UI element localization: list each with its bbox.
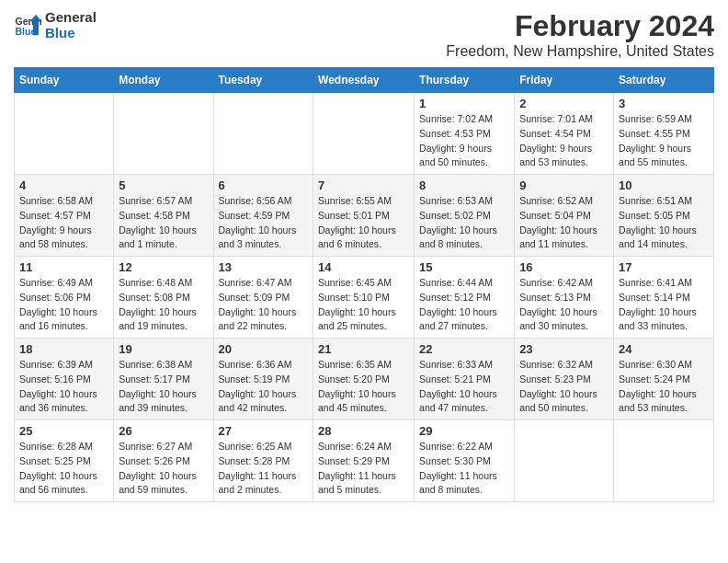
calendar-cell: 7Sunrise: 6:55 AMSunset: 5:01 PMDaylight… — [313, 175, 415, 257]
logo-icon: General Blue — [14, 11, 41, 39]
day-info: Sunrise: 6:45 AMSunset: 5:10 PMDaylight:… — [318, 276, 409, 334]
calendar-cell: 14Sunrise: 6:45 AMSunset: 5:10 PMDayligh… — [313, 257, 415, 339]
day-number: 26 — [119, 424, 208, 438]
logo-general: General — [45, 9, 97, 25]
day-number: 22 — [419, 342, 509, 356]
calendar-cell: 5Sunrise: 6:57 AMSunset: 4:58 PMDaylight… — [114, 175, 213, 257]
day-info: Sunrise: 7:02 AMSunset: 4:53 PMDaylight:… — [419, 112, 509, 170]
calendar-cell: 28Sunrise: 6:24 AMSunset: 5:29 PMDayligh… — [313, 420, 415, 502]
day-number: 17 — [619, 260, 709, 274]
calendar-cell: 9Sunrise: 6:52 AMSunset: 5:04 PMDaylight… — [515, 175, 614, 257]
calendar-cell: 12Sunrise: 6:48 AMSunset: 5:08 PMDayligh… — [114, 257, 213, 339]
day-number: 19 — [119, 342, 208, 356]
day-info: Sunrise: 6:52 AMSunset: 5:04 PMDaylight:… — [519, 194, 609, 252]
calendar-cell: 4Sunrise: 6:58 AMSunset: 4:57 PMDaylight… — [15, 175, 114, 257]
day-info: Sunrise: 6:33 AMSunset: 5:21 PMDaylight:… — [419, 358, 509, 416]
day-number: 24 — [619, 342, 709, 356]
calendar-cell: 20Sunrise: 6:36 AMSunset: 5:19 PMDayligh… — [213, 339, 313, 420]
title-block: February 2024 Freedom, New Hampshire, Un… — [446, 9, 714, 60]
day-number: 10 — [619, 178, 709, 192]
calendar-cell: 13Sunrise: 6:47 AMSunset: 5:09 PMDayligh… — [213, 257, 313, 339]
calendar-week-3: 11Sunrise: 6:49 AMSunset: 5:06 PMDayligh… — [15, 257, 714, 339]
day-info: Sunrise: 6:36 AMSunset: 5:19 PMDaylight:… — [219, 358, 309, 416]
day-number: 5 — [119, 178, 208, 192]
calendar-cell: 2Sunrise: 7:01 AMSunset: 4:54 PMDaylight… — [515, 93, 614, 175]
day-number: 2 — [519, 97, 609, 110]
day-number: 28 — [318, 424, 409, 438]
calendar-cell: 3Sunrise: 6:59 AMSunset: 4:55 PMDaylight… — [614, 93, 714, 175]
calendar-cell: 21Sunrise: 6:35 AMSunset: 5:20 PMDayligh… — [313, 339, 415, 420]
day-info: Sunrise: 6:49 AMSunset: 5:06 PMDaylight:… — [19, 276, 108, 334]
calendar-table: Sunday Monday Tuesday Wednesday Thursday… — [14, 67, 714, 502]
day-info: Sunrise: 6:47 AMSunset: 5:09 PMDaylight:… — [219, 276, 309, 334]
day-number: 8 — [419, 178, 509, 192]
calendar-week-4: 18Sunrise: 6:39 AMSunset: 5:16 PMDayligh… — [15, 339, 714, 420]
calendar-week-5: 25Sunrise: 6:28 AMSunset: 5:25 PMDayligh… — [15, 420, 714, 502]
calendar-cell: 1Sunrise: 7:02 AMSunset: 4:53 PMDaylight… — [415, 93, 515, 175]
day-info: Sunrise: 6:25 AMSunset: 5:28 PMDaylight:… — [219, 440, 309, 498]
calendar-cell: 15Sunrise: 6:44 AMSunset: 5:12 PMDayligh… — [415, 257, 515, 339]
day-info: Sunrise: 6:58 AMSunset: 4:57 PMDaylight:… — [19, 194, 108, 252]
calendar-cell: 29Sunrise: 6:22 AMSunset: 5:30 PMDayligh… — [415, 420, 515, 502]
day-number: 7 — [318, 178, 409, 192]
col-friday: Friday — [515, 68, 614, 93]
calendar-cell: 16Sunrise: 6:42 AMSunset: 5:13 PMDayligh… — [515, 257, 614, 339]
day-number: 21 — [318, 342, 409, 356]
col-tuesday: Tuesday — [213, 68, 313, 93]
calendar-cell — [515, 420, 614, 502]
logo-blue: Blue — [45, 25, 97, 40]
day-info: Sunrise: 6:42 AMSunset: 5:13 PMDaylight:… — [519, 276, 609, 334]
day-number: 23 — [519, 342, 609, 356]
day-info: Sunrise: 6:41 AMSunset: 5:14 PMDaylight:… — [619, 276, 709, 334]
day-info: Sunrise: 6:44 AMSunset: 5:12 PMDaylight:… — [419, 276, 509, 334]
calendar-cell: 25Sunrise: 6:28 AMSunset: 5:25 PMDayligh… — [15, 420, 114, 502]
calendar-title: February 2024 — [446, 9, 714, 43]
day-info: Sunrise: 6:24 AMSunset: 5:29 PMDaylight:… — [318, 440, 409, 498]
calendar-cell: 17Sunrise: 6:41 AMSunset: 5:14 PMDayligh… — [614, 257, 714, 339]
calendar-header: Sunday Monday Tuesday Wednesday Thursday… — [15, 68, 714, 93]
day-number: 3 — [619, 97, 709, 110]
col-wednesday: Wednesday — [313, 68, 415, 93]
day-number: 6 — [219, 178, 309, 192]
calendar-cell: 22Sunrise: 6:33 AMSunset: 5:21 PMDayligh… — [415, 339, 515, 420]
day-number: 12 — [119, 260, 208, 274]
calendar-cell: 11Sunrise: 6:49 AMSunset: 5:06 PMDayligh… — [15, 257, 114, 339]
day-info: Sunrise: 6:22 AMSunset: 5:30 PMDaylight:… — [419, 440, 509, 498]
calendar-cell: 10Sunrise: 6:51 AMSunset: 5:05 PMDayligh… — [614, 175, 714, 257]
day-number: 1 — [419, 97, 509, 110]
day-info: Sunrise: 6:30 AMSunset: 5:24 PMDaylight:… — [619, 358, 709, 416]
calendar-week-1: 1Sunrise: 7:02 AMSunset: 4:53 PMDaylight… — [15, 93, 714, 175]
day-number: 20 — [219, 342, 309, 356]
calendar-cell — [614, 420, 714, 502]
svg-text:Blue: Blue — [16, 26, 37, 37]
calendar-cell — [114, 93, 213, 175]
header-row: Sunday Monday Tuesday Wednesday Thursday… — [15, 68, 714, 93]
calendar-cell — [15, 93, 114, 175]
day-info: Sunrise: 6:35 AMSunset: 5:20 PMDaylight:… — [318, 358, 409, 416]
calendar-cell: 26Sunrise: 6:27 AMSunset: 5:26 PMDayligh… — [114, 420, 213, 502]
logo: General Blue General Blue — [14, 9, 97, 40]
calendar-subtitle: Freedom, New Hampshire, United States — [446, 43, 714, 60]
day-number: 25 — [19, 424, 108, 438]
day-info: Sunrise: 6:28 AMSunset: 5:25 PMDaylight:… — [19, 440, 108, 498]
day-info: Sunrise: 6:57 AMSunset: 4:58 PMDaylight:… — [119, 194, 208, 252]
calendar-body: 1Sunrise: 7:02 AMSunset: 4:53 PMDaylight… — [15, 93, 714, 502]
day-number: 16 — [519, 260, 609, 274]
day-info: Sunrise: 6:51 AMSunset: 5:05 PMDaylight:… — [619, 194, 709, 252]
day-number: 29 — [419, 424, 509, 438]
day-info: Sunrise: 6:48 AMSunset: 5:08 PMDaylight:… — [119, 276, 208, 334]
day-info: Sunrise: 6:53 AMSunset: 5:02 PMDaylight:… — [419, 194, 509, 252]
day-info: Sunrise: 6:39 AMSunset: 5:16 PMDaylight:… — [19, 358, 108, 416]
day-info: Sunrise: 6:32 AMSunset: 5:23 PMDaylight:… — [519, 358, 609, 416]
col-sunday: Sunday — [15, 68, 114, 93]
calendar-week-2: 4Sunrise: 6:58 AMSunset: 4:57 PMDaylight… — [15, 175, 714, 257]
calendar-cell: 18Sunrise: 6:39 AMSunset: 5:16 PMDayligh… — [15, 339, 114, 420]
calendar-cell: 24Sunrise: 6:30 AMSunset: 5:24 PMDayligh… — [614, 339, 714, 420]
col-thursday: Thursday — [415, 68, 515, 93]
calendar-cell: 8Sunrise: 6:53 AMSunset: 5:02 PMDaylight… — [415, 175, 515, 257]
calendar-cell: 23Sunrise: 6:32 AMSunset: 5:23 PMDayligh… — [515, 339, 614, 420]
day-number: 9 — [519, 178, 609, 192]
day-info: Sunrise: 6:59 AMSunset: 4:55 PMDaylight:… — [619, 112, 709, 170]
day-number: 27 — [219, 424, 309, 438]
page-header: General Blue General Blue February 2024 … — [14, 9, 714, 60]
